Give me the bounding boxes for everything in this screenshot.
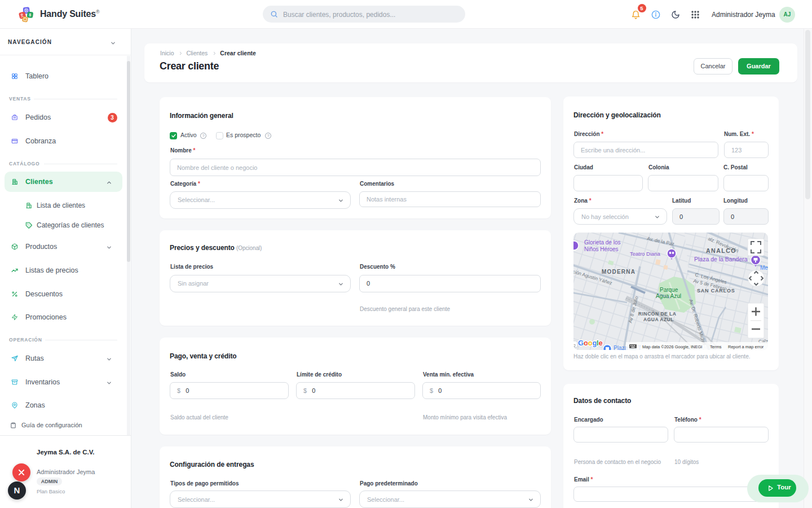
svg-text:Report a map error: Report a map error xyxy=(728,344,764,349)
svg-text:AGUA AZUL: AGUA AZUL xyxy=(643,317,674,322)
svg-text:Med: Med xyxy=(760,265,768,271)
svg-text:RINCÓN DE LA: RINCÓN DE LA xyxy=(638,310,676,317)
svg-text:Teatro Diana: Teatro Diana xyxy=(630,251,661,257)
svg-text:Agua Azul: Agua Azul xyxy=(656,293,681,299)
svg-text:Plaza de la Bandera: Plaza de la Bandera xyxy=(694,256,748,262)
svg-text:Parque: Parque xyxy=(660,287,678,293)
svg-text:Terms: Terms xyxy=(710,344,722,349)
svg-text:ANALCO: ANALCO xyxy=(706,247,736,254)
svg-text:MODERNA: MODERNA xyxy=(602,269,636,275)
svg-text:SAN CARLOS: SAN CARLOS xyxy=(697,288,735,294)
svg-text:e: e xyxy=(598,339,602,347)
svg-text:Glorieta de los: Glorieta de los xyxy=(584,239,620,246)
svg-text:G: G xyxy=(578,339,584,347)
svg-text:Map data ©2026 Google, INEGI: Map data ©2026 Google, INEGI xyxy=(642,344,702,349)
svg-text:2: 2 xyxy=(573,344,576,348)
svg-text:Niños Héroes: Niños Héroes xyxy=(584,246,619,252)
